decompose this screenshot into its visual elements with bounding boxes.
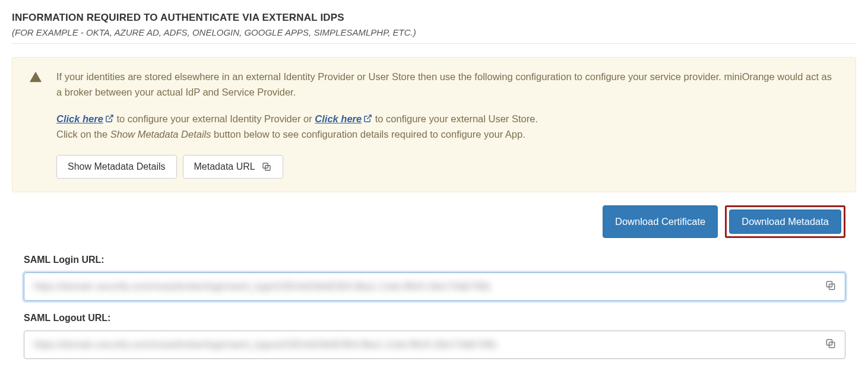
section-title: INFORMATION REQUIRED TO AUTHENTICATE VIA… [12, 12, 856, 24]
copy-icon[interactable] [825, 338, 837, 352]
saml-logout-url-value: https://domain.xecurify.com/moas/broker/… [34, 339, 496, 350]
download-certificate-button[interactable]: Download Certificate [603, 205, 718, 238]
configure-idp-link[interactable]: Click here [56, 113, 114, 124]
info-alert: If your identities are stored elsewhere … [12, 57, 856, 192]
copy-icon[interactable] [825, 280, 837, 294]
saml-login-url-label: SAML Login URL: [24, 255, 856, 265]
show-metadata-button[interactable]: Show Metadata Details [56, 155, 177, 179]
saml-logout-url-label: SAML Logout URL: [24, 313, 856, 323]
saml-login-url-value: https://domain.xecurify.com/moas/broker/… [34, 281, 490, 291]
download-metadata-button[interactable]: Download Metadata [729, 210, 841, 234]
saml-logout-url-field[interactable]: https://domain.xecurify.com/moas/broker/… [24, 331, 845, 359]
metadata-url-button[interactable]: Metadata URL [183, 155, 283, 179]
alert-text-line1: If your identities are stored elsewhere … [56, 69, 839, 100]
warning-icon [29, 71, 42, 86]
saml-login-url-field[interactable]: https://domain.xecurify.com/moas/broker/… [24, 272, 845, 301]
highlight-frame: Download Metadata [725, 205, 845, 238]
section-subtitle: (FOR EXAMPLE - OKTA, AZURE AD, ADFS, ONE… [12, 27, 856, 37]
copy-icon [261, 161, 272, 172]
divider [12, 43, 856, 44]
external-link-icon [105, 114, 114, 123]
external-link-icon [363, 114, 372, 123]
alert-text-line3: Click on the Show Metadata Details butto… [56, 127, 839, 142]
alert-text-line2: Click here to configure your external Id… [56, 112, 839, 127]
configure-userstore-link[interactable]: Click here [315, 113, 372, 124]
